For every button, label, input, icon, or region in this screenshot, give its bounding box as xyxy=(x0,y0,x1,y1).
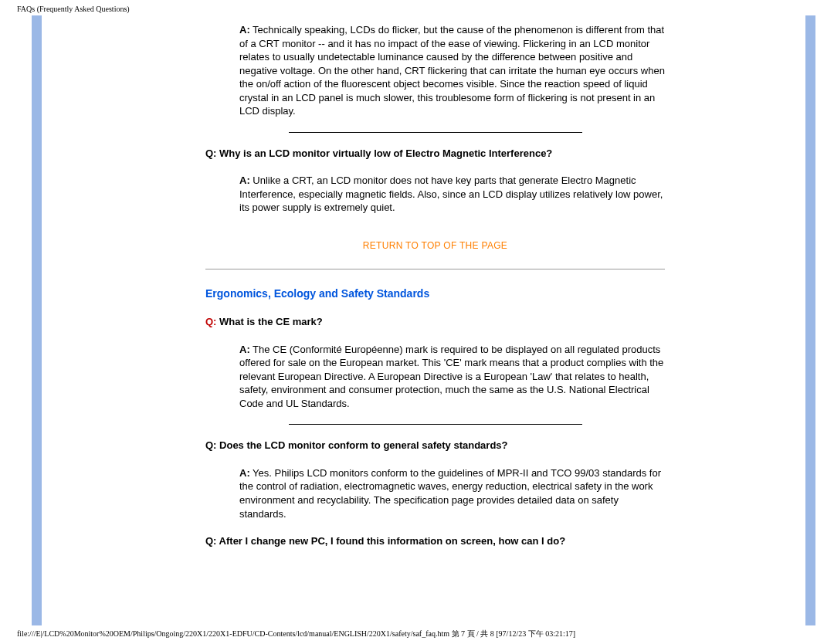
answer-text: Yes. Philips LCD monitors conform to the… xyxy=(239,467,661,520)
page-footer: file:///E|/LCD%20Monitor%20OEM/Philips/O… xyxy=(17,629,575,639)
left-stripe xyxy=(32,15,42,625)
question-text: What is the CE mark? xyxy=(216,316,322,327)
faq1-answer: A: Technically speaking, LCDs do flicker… xyxy=(239,23,665,118)
answer-text: The CE (Conformité Européenne) mark is r… xyxy=(239,344,663,409)
question-label: Q: xyxy=(205,147,216,159)
question-label: Q: xyxy=(205,439,216,451)
question-label-red: Q: xyxy=(205,316,216,327)
answer-text: Technically speaking, LCDs do flicker, b… xyxy=(239,24,665,117)
right-stripe xyxy=(805,15,815,625)
divider-short xyxy=(289,424,582,425)
faq5-question: Q: After I change new PC, I found this i… xyxy=(205,534,665,548)
question-label: Q: xyxy=(205,535,216,547)
question-text: Does the LCD monitor conform to general … xyxy=(216,439,507,451)
question-text: Why is an LCD monitor virtually low of E… xyxy=(216,147,552,159)
section-heading: Ergonomics, Ecology and Safety Standards xyxy=(205,286,665,301)
faq4-question: Q: Does the LCD monitor conform to gener… xyxy=(205,439,665,452)
faq4-answer: A: Yes. Philips LCD monitors conform to … xyxy=(239,466,665,520)
answer-text: Unlike a CRT, an LCD monitor does not ha… xyxy=(239,175,663,213)
divider-short xyxy=(289,132,582,133)
faq3-answer: A: The CE (Conformité Européenne) mark i… xyxy=(239,343,665,411)
divider-full xyxy=(205,269,665,269)
page-header: FAQs (Frequently Asked Questions) xyxy=(17,5,130,13)
content-area: A: Technically speaking, LCDs do flicker… xyxy=(205,15,665,562)
answer-label: A: xyxy=(239,344,250,355)
answer-label: A: xyxy=(239,467,250,479)
answer-label: A: xyxy=(239,175,250,186)
question-text: After I change new PC, I found this info… xyxy=(216,535,565,547)
faq2-answer: A: Unlike a CRT, an LCD monitor does not… xyxy=(239,174,665,215)
page-wrap: A: Technically speaking, LCDs do flicker… xyxy=(32,15,815,625)
return-to-top-link[interactable]: RETURN TO TOP OF THE PAGE xyxy=(205,239,665,252)
answer-label: A: xyxy=(239,24,250,36)
faq3-question: Q: What is the CE mark? xyxy=(205,315,665,329)
faq2-question: Q: Why is an LCD monitor virtually low o… xyxy=(205,147,665,161)
